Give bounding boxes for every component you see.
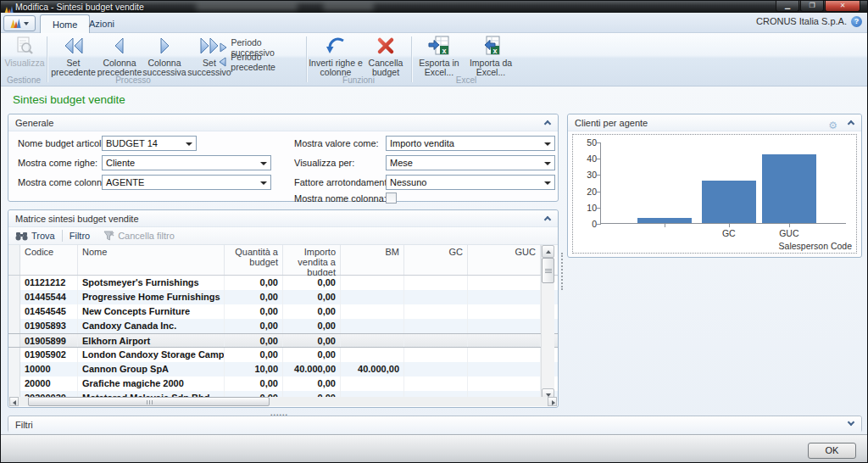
fattore-arrotondamento-combobox[interactable]: Nessuno xyxy=(386,175,555,190)
table-cell[interactable]: London Candoxy Storage Campus xyxy=(78,348,225,362)
table-cell[interactable]: 01454545 xyxy=(20,304,78,319)
restore-button[interactable]: ❐ xyxy=(800,1,824,12)
table-cell[interactable]: 0,00 xyxy=(283,304,341,319)
collapse-chevron-icon[interactable] xyxy=(544,216,551,223)
table-cell[interactable] xyxy=(341,290,404,304)
title-bar[interactable]: Modifica - Sintesi budget vendite ▁ ❐ ✕ xyxy=(1,1,867,13)
table-cell[interactable] xyxy=(468,377,541,391)
tab-azioni[interactable]: Azioni xyxy=(77,14,126,33)
expand-chevron-icon[interactable] xyxy=(848,419,854,426)
column-header-codice[interactable]: Codice xyxy=(20,245,78,275)
table-cell[interactable]: 01905902 xyxy=(20,348,78,362)
table-cell[interactable] xyxy=(468,334,541,347)
table-cell[interactable] xyxy=(468,290,541,304)
periodo-precedente-button[interactable]: Periodo precedente xyxy=(218,52,304,72)
column-header-quantita[interactable]: Quantità a budget xyxy=(225,245,283,275)
collapse-chevron-icon[interactable] xyxy=(848,120,854,127)
table-cell[interactable]: Spotsmeyer's Furnishings xyxy=(78,276,225,290)
table-cell[interactable]: 10000 xyxy=(20,362,78,377)
table-row[interactable]: 01905893Candoxy Canada Inc.0,000,00 xyxy=(8,319,558,333)
table-row[interactable]: 01454545New Concepts Furniture0,000,00 xyxy=(8,304,558,319)
table-cell[interactable] xyxy=(468,348,541,362)
trova-button[interactable]: Trova xyxy=(8,227,62,244)
column-header-importo[interactable]: Importo vendita a budget xyxy=(283,245,341,275)
cancella-budget-button[interactable]: Cancella budget xyxy=(364,35,408,77)
chart-area[interactable]: 01020304050GCGUC Salesperson Code xyxy=(572,134,857,254)
colonna-precedente-button[interactable]: Colonna precedente xyxy=(97,35,142,77)
table-cell[interactable] xyxy=(468,276,541,290)
inverti-righe-colonne-button[interactable]: Inverti righe e colonne xyxy=(309,35,363,77)
table-cell[interactable]: 01905893 xyxy=(20,319,78,333)
table-row[interactable]: 10000Cannon Group SpA10,0040.000,0040.00… xyxy=(8,362,558,377)
table-cell[interactable] xyxy=(468,362,541,377)
table-cell[interactable] xyxy=(8,377,20,391)
importa-excel-button[interactable]: x Importa da Excel... xyxy=(465,35,516,77)
table-cell[interactable]: 0,00 xyxy=(225,377,283,391)
filtro-button[interactable]: Filtro xyxy=(63,227,97,244)
table-cell[interactable] xyxy=(404,290,468,304)
table-cell[interactable] xyxy=(468,319,541,333)
application-menu-button[interactable] xyxy=(3,15,36,31)
table-cell[interactable]: Cannon Group SpA xyxy=(78,362,225,377)
table-cell[interactable]: 40.000,00 xyxy=(283,362,341,377)
help-icon[interactable]: ? xyxy=(851,16,862,27)
table-cell[interactable] xyxy=(8,334,20,347)
vertical-scroll-thumb[interactable] xyxy=(542,258,554,283)
table-cell[interactable]: 0,00 xyxy=(283,334,341,347)
colonna-successiva-button[interactable]: Colonna successiva xyxy=(142,35,186,77)
mostra-righe-combobox[interactable]: Cliente xyxy=(102,155,271,170)
table-cell[interactable]: 0,00 xyxy=(225,348,283,362)
visualizza-button[interactable]: Visualizza xyxy=(6,35,43,68)
table-cell[interactable]: 0,00 xyxy=(225,276,283,290)
table-cell[interactable]: 0,00 xyxy=(225,304,283,319)
table-cell[interactable]: 10,00 xyxy=(225,362,283,377)
column-header-bm[interactable]: BM xyxy=(341,245,404,275)
table-cell[interactable]: 0,00 xyxy=(283,319,341,333)
scroll-up-button[interactable] xyxy=(542,245,554,258)
table-row[interactable]: 01905902London Candoxy Storage Campus0,0… xyxy=(8,348,558,362)
table-cell[interactable] xyxy=(404,304,468,319)
table-cell[interactable]: Candoxy Canada Inc. xyxy=(78,319,225,333)
table-cell[interactable]: Grafiche magiche 2000 xyxy=(78,377,225,391)
minimize-button[interactable]: ▁ xyxy=(776,1,799,12)
cancella-filtro-button[interactable]: Cancella filtro xyxy=(97,227,181,244)
table-cell[interactable]: 0,00 xyxy=(225,319,283,333)
table-cell[interactable] xyxy=(341,377,404,391)
table-cell[interactable] xyxy=(404,362,468,377)
table-cell[interactable]: 0,00 xyxy=(225,290,283,304)
close-button[interactable]: ✕ xyxy=(825,1,860,12)
scroll-left-button[interactable] xyxy=(9,397,19,406)
chart-bar[interactable] xyxy=(762,154,816,223)
table-cell[interactable] xyxy=(8,304,20,319)
chart-bar[interactable] xyxy=(702,181,756,223)
table-cell[interactable]: Elkhorn Airport xyxy=(78,334,225,347)
table-row[interactable]: 01445544Progressive Home Furnishings0,00… xyxy=(8,290,558,304)
gear-icon[interactable]: ⚙ xyxy=(828,117,837,134)
table-cell[interactable] xyxy=(404,377,468,391)
table-cell[interactable]: 0,00 xyxy=(283,290,341,304)
visualizza-per-combobox[interactable]: Mese xyxy=(386,155,555,170)
table-cell[interactable]: 01445544 xyxy=(20,290,78,304)
horizontal-scroll-thumb[interactable] xyxy=(28,397,270,406)
table-row[interactable]: 01121212Spotsmeyer's Furnishings0,000,00 xyxy=(8,276,558,290)
table-cell[interactable] xyxy=(468,304,541,319)
factbox-splitter[interactable] xyxy=(561,253,563,290)
nome-budget-combobox[interactable]: BUDGET 14 xyxy=(102,136,197,151)
horizontal-scrollbar[interactable] xyxy=(9,397,557,406)
table-cell[interactable]: 01905899 xyxy=(20,334,78,347)
ok-button[interactable]: OK xyxy=(808,443,856,459)
scroll-right-button[interactable] xyxy=(548,397,557,406)
table-cell[interactable] xyxy=(8,362,20,377)
mostra-valore-combobox[interactable]: Importo vendita xyxy=(386,136,555,151)
table-cell[interactable] xyxy=(8,290,20,304)
table-cell[interactable] xyxy=(8,276,20,290)
table-cell[interactable]: 0,00 xyxy=(283,377,341,391)
table-cell[interactable] xyxy=(341,334,404,347)
mostra-colonne-combobox[interactable]: AGENTE xyxy=(102,175,271,190)
table-cell[interactable]: 0,00 xyxy=(283,348,341,362)
table-cell[interactable] xyxy=(404,334,468,347)
column-header-guc[interactable]: GUC xyxy=(468,245,541,275)
set-precedente-button[interactable]: Set precedente xyxy=(50,35,97,77)
table-cell[interactable] xyxy=(404,276,468,290)
mostra-nome-colonna-checkbox[interactable] xyxy=(386,192,397,204)
